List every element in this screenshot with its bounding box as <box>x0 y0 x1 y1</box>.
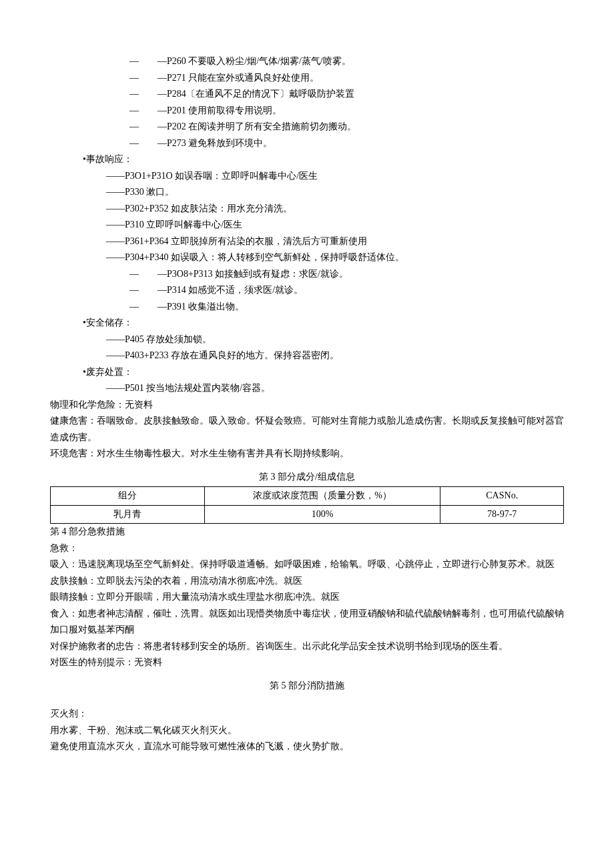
prevention-item: — —P201 使用前取得专用说明。 <box>50 103 564 119</box>
env-hazard: 环境危害：对水生生物毒性极大。对水生生物有害并具有长期持续影响。 <box>50 446 564 462</box>
first-aid-line: 对医生的特别提示：无资料 <box>50 655 564 671</box>
first-aid-line: 急救： <box>50 540 564 557</box>
response-item: ——P302+P352 如皮肤沾染：用水充分清洗。 <box>50 201 564 218</box>
firefighting-line: 避免使用直流水灭火，直流水可能导致可燃性液体的飞溅，使火势扩散。 <box>50 739 564 755</box>
response-item: — —P391 收集溢出物。 <box>50 299 564 316</box>
phys-chem-hazard: 物理和化学危险：无资料 <box>50 397 564 414</box>
health-hazard: 健康危害：吞咽致命。皮肤接触致命。吸入致命。怀疑会致癌。可能对生育能力或胎儿造成… <box>50 413 564 446</box>
prevention-item: — —P271 只能在室外或通风良好处使用。 <box>50 70 564 87</box>
section-5-title: 第 5 部分消防措施 <box>50 678 564 695</box>
storage-item: ——P403+P233 存放在通风良好的地方。保持容器密闭。 <box>50 348 564 364</box>
disposal-heading: •废弃处置： <box>50 364 564 381</box>
composition-table: 组分 浓度或浓度范围（质量分数，%） CASNo. 乳月青 100% 78-97… <box>50 486 564 524</box>
response-item: ——P3O1+P31O 如误吞咽：立即呼叫解毒中心/医生 <box>50 168 564 185</box>
table-cell: 78-97-7 <box>440 505 564 524</box>
prevention-item: — —P202 在阅读并明了所有安全措施前切勿搬动。 <box>50 119 564 135</box>
first-aid-line: 吸入：迅速脱离现场至空气新鲜处。保持呼吸道通畅。如呼吸困难，给输氧。呼吸、心跳停… <box>50 556 564 573</box>
response-item: ——P361+P364 立即脱掉所有沾染的衣服，清洗后方可重新使用 <box>50 234 564 250</box>
storage-heading: •安全储存： <box>50 315 564 332</box>
response-heading: •事故响应： <box>50 151 564 168</box>
prevention-item: — —P273 避免释放到环境中。 <box>50 135 564 152</box>
prevention-item: — —P284〔在通风不足的情况下〕戴呼吸防护装置 <box>50 86 564 103</box>
table-header: CASNo. <box>440 487 564 506</box>
section-3-title: 第 3 部分成分/组成信息 <box>50 469 564 486</box>
table-header-row: 组分 浓度或浓度范围（质量分数，%） CASNo. <box>51 487 564 506</box>
section-4-title: 第 4 部分急救措施 <box>50 524 564 540</box>
table-header: 浓度或浓度范围（质量分数，%） <box>204 487 440 506</box>
first-aid-line: 食入：如患者神志清醒，催吐，洗胃。就医如出现懵类物质中毒症状，使用亚硝酸钠和硫代… <box>50 606 564 638</box>
firefighting-line: 用水雾、干粉、泡沫或二氧化碳灭火剂灭火。 <box>50 723 564 739</box>
first-aid-line: 眼睛接触：立即分开眼嚅，用大量流动清水或生理盐水彻底冲洗。就医 <box>50 589 564 606</box>
table-header: 组分 <box>51 487 205 506</box>
response-item: ——P330 漱口。 <box>50 184 564 201</box>
response-item: ——P304+P340 如误吸入：将人转移到空气新鲜处，保持呼吸舒适体位。 <box>50 250 564 266</box>
storage-item: ——P405 存放处须加锁。 <box>50 332 564 348</box>
table-row: 乳月青 100% 78-97-7 <box>51 505 564 524</box>
table-cell: 100% <box>204 505 440 524</box>
table-cell: 乳月青 <box>51 505 205 524</box>
firefighting-line: 灭火剂： <box>50 706 564 723</box>
disposal-item: ——P501 按当地法规处置内装物/容器。 <box>50 380 564 397</box>
first-aid-line: 对保护施救者的忠告：将患者转移到安全的场所。咨询医生。出示此化学品安全技术说明书… <box>50 638 564 655</box>
response-item: — —P314 如感觉不适，须求医/就诊。 <box>50 282 564 299</box>
response-item: — —P3O8+P313 如接触到或有疑虑：求医/就诊。 <box>50 266 564 283</box>
response-item: ——P310 立即呼叫解毒中心/医生 <box>50 217 564 234</box>
prevention-item: — —P260 不要吸入粉尘/烟/气体/烟雾/蒸气/喷雾。 <box>50 53 564 70</box>
first-aid-line: 皮肤接触：立即脱去污染的衣着，用流动清水彻底冲洗。就医 <box>50 573 564 590</box>
